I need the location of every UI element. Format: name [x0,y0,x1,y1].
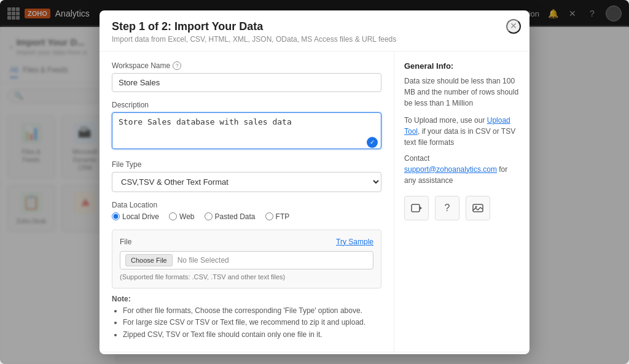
try-sample-link[interactable]: Try Sample [336,238,373,246]
dialog-body: Workspace Name ? Description Store Sales… [100,52,529,352]
info-icon-row: ? [404,196,520,220]
data-location-label: Data Location [112,201,381,209]
question-icon[interactable]: ? [435,196,459,220]
info-text-contact: Contact support@zohoanalytics.com for an… [404,153,520,186]
choose-file-button[interactable]: Choose File [125,254,173,266]
file-label: File [120,238,131,246]
workspace-name-group: Workspace Name ? [112,61,381,92]
dialog-title: Step 1 of 2: Import Your Data [112,20,517,33]
note-item-3: Zipped CSV, TSV or Text file should cont… [123,330,381,340]
support-email-link[interactable]: support@zohoanalytics.com [404,165,497,174]
file-input-wrap: Choose File No file Selected [120,251,373,269]
upload-tool-link[interactable]: Upload Tool [404,116,510,136]
import-dialog: Step 1 of 2: Import Your Data Import dat… [100,10,529,354]
notes-section: Note: For other file formats, Choose the… [112,295,381,340]
modal-overlay: Step 1 of 2: Import Your Data Import dat… [0,0,629,364]
file-upload-box: File Try Sample Choose File No file Sele… [112,230,381,288]
description-textarea[interactable]: Store Sales database with sales data [112,112,381,149]
workspace-name-input[interactable] [112,73,381,92]
info-text-size: Data size should be less than 100 MB and… [404,76,520,109]
note-item-2: For large size CSV or TSV or Text file, … [123,317,381,328]
file-row: File Try Sample [120,238,373,246]
radio-group: Local Drive Web Pasted Data FTP [112,212,381,221]
radio-pasted-data[interactable]: Pasted Data [205,212,256,221]
supported-formats-text: (Supported file formats: .CSV, .TSV and … [120,273,373,281]
description-textarea-wrap: Store Sales database with sales data ✓ [112,112,381,152]
notes-title: Note: [112,295,381,303]
textarea-confirm-icon: ✓ [367,137,378,148]
data-location-group: Data Location Local Drive Web Pasted Dat… [112,201,381,221]
image-icon[interactable] [466,196,490,220]
dialog-close-button[interactable]: × [506,19,521,34]
dialog-header: Step 1 of 2: Import Your Data Import dat… [100,10,529,52]
description-label: Description [112,101,381,109]
file-type-group: File Type CSV,TSV & Other Text Format Ex… [112,160,381,192]
info-title: General Info: [404,61,520,71]
svg-rect-0 [412,204,420,212]
file-type-select[interactable]: CSV,TSV & Other Text Format Excel JSON X… [112,172,381,192]
video-icon[interactable] [404,196,429,220]
radio-local-drive[interactable]: Local Drive [112,212,159,221]
info-section: General Info: Data size should be less t… [394,52,529,352]
dialog-footer: Next Cancel [100,352,529,354]
radio-ftp[interactable]: FTP [265,212,290,221]
dialog-subtitle: Import data from Excel, CSV, HTML, XML, … [112,35,517,44]
notes-list: For other file formats, Choose the corre… [112,306,381,340]
info-text-upload: To Upload more, use our Upload Tool, if … [404,115,520,148]
radio-web[interactable]: Web [169,212,194,221]
svg-marker-1 [420,206,422,210]
no-file-text: No file Selected [178,256,229,265]
description-group: Description Store Sales database with sa… [112,101,381,152]
workspace-help-icon[interactable]: ? [173,61,181,70]
file-type-label: File Type [112,160,381,169]
form-section: Workspace Name ? Description Store Sales… [100,52,394,352]
workspace-name-label: Workspace Name ? [112,61,381,70]
note-item-1: For other file formats, Choose the corre… [123,306,381,316]
